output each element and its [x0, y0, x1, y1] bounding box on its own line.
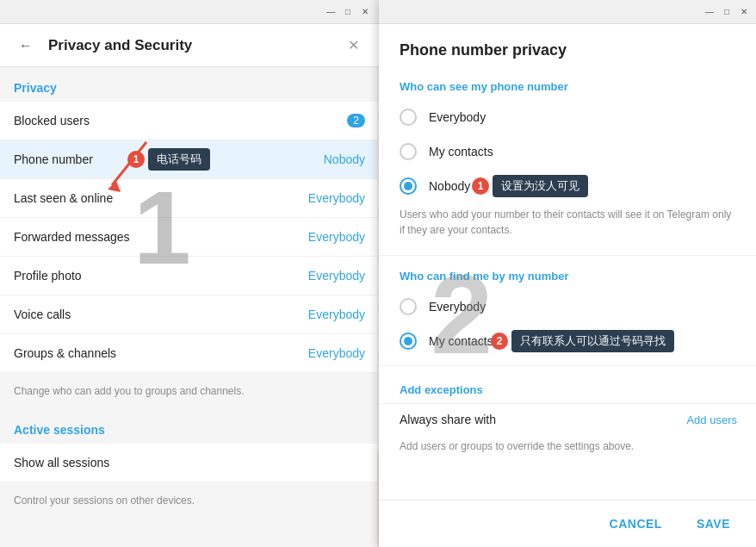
show-sessions-item[interactable]: Show all sessions — [0, 444, 379, 482]
everybody-see-label: Everybody — [429, 110, 486, 124]
minimize-btn-dialog[interactable]: — — [703, 5, 716, 19]
privacy-security-panel: — □ ✕ ← Privacy and Security ✕ Privacy B… — [0, 0, 379, 547]
nobody-see-radio[interactable] — [400, 177, 417, 195]
groups-channels-value: Everybody — [308, 346, 365, 360]
profile-photo-label: Profile photo — [14, 269, 308, 283]
nobody-see-option[interactable]: Nobody 1 设置为没人可见 — [379, 169, 756, 203]
blocked-users-item[interactable]: Blocked users 2 — [0, 102, 379, 140]
add-users-button[interactable]: Add users — [686, 413, 737, 426]
groups-note: Change who can add you to groups and cha… — [0, 373, 379, 409]
everybody-see-option[interactable]: Everybody — [379, 100, 756, 134]
settings-title: Privacy and Security — [48, 37, 341, 54]
close-button[interactable]: ✕ — [341, 34, 365, 58]
everybody-find-radio[interactable] — [400, 298, 417, 315]
voice-calls-item[interactable]: Voice calls Everybody — [0, 295, 379, 334]
phone-number-value: Nobody — [324, 152, 365, 166]
app-window: — □ ✕ ← Privacy and Security ✕ Privacy B… — [0, 0, 756, 547]
show-sessions-label: Show all sessions — [14, 456, 365, 469]
my-contacts-find-radio[interactable] — [400, 333, 417, 350]
forwarded-messages-item[interactable]: Forwarded messages Everybody — [0, 218, 379, 257]
my-contacts-see-radio[interactable] — [400, 143, 417, 160]
exception-note: Add users or groups to override the sett… — [379, 435, 756, 464]
groups-channels-item[interactable]: Groups & channels Everybody — [0, 334, 379, 373]
who-can-see-label: Who can see my phone number — [379, 73, 756, 100]
voice-calls-value: Everybody — [308, 308, 365, 321]
sessions-note: Control your sessions on other devices. — [0, 482, 379, 519]
groups-channels-label: Groups & channels — [14, 346, 308, 360]
save-button[interactable]: SAVE — [683, 510, 744, 538]
exceptions-divider — [379, 365, 756, 366]
settings-header: ← Privacy and Security ✕ — [0, 24, 379, 67]
settings-content: Privacy Blocked users 2 Phone number Nob… — [0, 67, 379, 547]
dialog-footer: CANCEL SAVE — [379, 500, 756, 547]
voice-calls-label: Voice calls — [14, 308, 308, 321]
phone-number-label: Phone number — [14, 152, 324, 166]
phone-number-item[interactable]: Phone number Nobody 1 电话号码 — [0, 140, 379, 179]
always-share-row: Always share with Add users — [379, 403, 756, 435]
nobody-bubble: 设置为没人可见 — [493, 175, 588, 197]
blocked-users-label: Blocked users — [14, 114, 347, 127]
annotation-number-2-dialog: 2 — [491, 333, 508, 350]
my-contacts-find-option[interactable]: My contacts 2 只有联系人可以通过号码寻找 — [379, 324, 756, 358]
close-btn-left[interactable]: ✕ — [358, 5, 372, 19]
forwarded-messages-label: Forwarded messages — [14, 230, 308, 244]
dialog-titlebar: — □ ✕ — [379, 0, 756, 24]
cancel-button[interactable]: CANCEL — [596, 510, 676, 538]
last-seen-label: Last seen & online — [14, 191, 308, 205]
section-divider — [379, 255, 756, 256]
profile-photo-value: Everybody — [308, 269, 365, 283]
minimize-btn-left[interactable]: — — [324, 5, 338, 19]
everybody-find-option[interactable]: Everybody — [379, 289, 756, 324]
maximize-btn-dialog[interactable]: □ — [720, 5, 734, 19]
forwarded-messages-value: Everybody — [308, 230, 365, 244]
everybody-find-label: Everybody — [429, 300, 486, 314]
close-btn-dialog[interactable]: ✕ — [737, 5, 751, 19]
last-seen-item[interactable]: Last seen & online Everybody — [0, 179, 379, 218]
dialog-content: Who can see my phone number Everybody My… — [379, 73, 756, 500]
everybody-see-radio[interactable] — [400, 109, 417, 126]
nobody-see-label: Nobody — [429, 179, 470, 193]
my-contacts-see-option[interactable]: My contacts — [379, 134, 756, 169]
add-exceptions-label: Add exceptions — [379, 373, 756, 403]
blocked-users-badge: 2 — [347, 114, 365, 127]
phone-privacy-dialog: — □ ✕ Phone number privacy Who can see m… — [379, 0, 756, 547]
my-contacts-see-label: My contacts — [429, 145, 493, 159]
back-button[interactable]: ← — [14, 34, 38, 58]
profile-photo-item[interactable]: Profile photo Everybody — [0, 257, 379, 295]
active-sessions-label: Active sessions — [0, 409, 379, 444]
last-seen-value: Everybody — [308, 191, 365, 205]
left-titlebar: — □ ✕ — [0, 0, 379, 24]
annotation-number-1-dialog: 1 — [472, 177, 489, 195]
privacy-section-label: Privacy — [0, 67, 379, 102]
my-contacts-find-label: My contacts — [429, 334, 493, 348]
maximize-btn-left[interactable]: □ — [341, 5, 355, 19]
who-can-find-label: Who can find me by my number — [379, 263, 756, 289]
contacts-bubble: 只有联系人可以通过号码寻找 — [511, 330, 674, 352]
always-share-label: Always share with — [400, 413, 686, 426]
see-note: Users who add your number to their conta… — [379, 203, 756, 248]
dialog-title: Phone number privacy — [379, 24, 756, 73]
